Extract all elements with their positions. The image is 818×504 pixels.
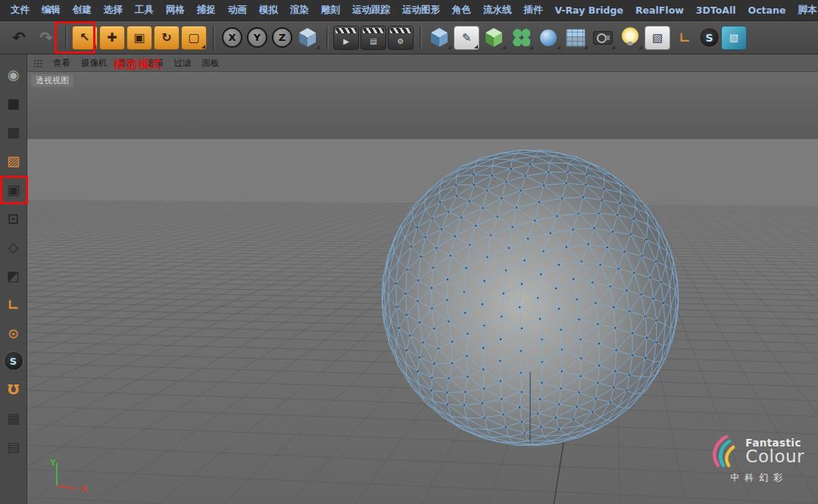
viewport-canvas[interactable] — [27, 72, 818, 504]
toolbar-separator — [65, 26, 67, 50]
menubar-item[interactable]: 网格 — [160, 4, 191, 17]
s-logo-button[interactable]: S — [699, 27, 720, 48]
mode-palette: ◉■▩▨▣⊡◇◩∟⊙SΩ▦▤ — [0, 54, 27, 504]
lock-workplane-icon[interactable]: ▦ — [3, 407, 24, 428]
planar-workplane-icon[interactable]: ▤ — [3, 436, 24, 457]
add-cube-primitive-button[interactable] — [426, 26, 452, 50]
magnet-snap-icon[interactable]: Ω — [3, 378, 24, 400]
main-area: ◉■▩▨▣⊡◇◩∟⊙SΩ▦▤ 查看摄像机显示选项过滤面板 — [0, 54, 818, 504]
menubar-item[interactable]: 流水线 — [477, 4, 518, 17]
camera-button[interactable] — [590, 26, 616, 50]
menubar-item[interactable]: Octane — [742, 5, 792, 16]
toolbar: ↶↷↖✚▣↻▢XYZ▶▤⚙✎▧∟S▧ — [0, 21, 818, 54]
floor-environment-button[interactable] — [563, 26, 589, 50]
menubar-item[interactable]: 工具 — [129, 4, 160, 17]
menubar-item[interactable]: 渲染 — [284, 4, 315, 17]
pen-spline-button[interactable]: ✎ — [454, 26, 479, 50]
axis-gizmo-icon: Y X — [47, 457, 89, 495]
menubar-item[interactable]: 选择 — [98, 4, 129, 17]
menubar-item[interactable]: RealFlow — [629, 5, 690, 16]
menubar-item[interactable]: 角色 — [446, 4, 477, 17]
viewport-solo-icon[interactable]: ⊙ — [3, 322, 24, 344]
viewport-menu-item[interactable]: 摄像机 — [76, 58, 113, 69]
toolbar-separator — [420, 26, 422, 50]
edges-mode-icon[interactable]: ◇ — [3, 236, 24, 257]
viewport-menu-item[interactable]: 面板 — [197, 58, 225, 69]
workplane-mode-icon[interactable]: ▨ — [3, 150, 24, 171]
viewport-menu-item[interactable]: 过滤 — [169, 58, 197, 69]
object-mode-icon[interactable]: ▣ — [3, 179, 24, 200]
scale-tool-button[interactable]: ▣ — [126, 26, 152, 50]
viewport: 查看摄像机显示选项过滤面板 — [27, 54, 818, 504]
viewport-sky — [27, 72, 818, 139]
subdivision-surface-button[interactable] — [481, 26, 507, 50]
enable-axis-icon[interactable]: ∟ — [3, 294, 24, 315]
menubar-item[interactable]: 编辑 — [36, 4, 67, 17]
redo-button[interactable]: ↷ — [33, 26, 59, 50]
menubar-item[interactable]: 运动图形 — [396, 4, 446, 17]
menubar-item[interactable]: 脚本 — [791, 4, 818, 17]
watermark-brand-cn: 中科幻彩 — [708, 471, 804, 484]
watermark: Fantastic Colour 中科幻彩 — [708, 434, 804, 484]
menubar-item[interactable]: 插件 — [518, 4, 549, 17]
move-tool-button[interactable]: ✚ — [99, 26, 125, 50]
viewport-menu-item[interactable]: 查看 — [48, 58, 76, 69]
interactive-render-button[interactable]: ▧ — [645, 26, 670, 50]
lock-x-axis-button[interactable]: X — [222, 27, 242, 48]
menu-grip-icon[interactable] — [33, 59, 43, 67]
volume-builder-button[interactable] — [535, 26, 561, 50]
application-window: 文件编辑创建选择工具网格捕捉动画模拟渲染雕刻运动跟踪运动图形角色流水线插件V-R… — [0, 0, 818, 504]
axis-gizmo: Y X — [47, 457, 89, 498]
menubar-item[interactable]: 运动跟踪 — [346, 4, 396, 17]
lock-y-axis-button[interactable]: Y — [247, 27, 267, 48]
coordinate-system-button[interactable] — [295, 26, 320, 50]
render-view-button[interactable]: ▶ — [333, 26, 359, 50]
menubar-item[interactable]: 捕捉 — [191, 4, 222, 17]
lock-z-axis-button[interactable]: Z — [272, 27, 292, 48]
axis-y-label: Y — [49, 458, 57, 468]
menubar-item[interactable]: 雕刻 — [315, 4, 346, 17]
make-editable-icon[interactable]: ◉ — [3, 64, 24, 85]
texture-mode-icon[interactable]: ▩ — [3, 121, 24, 142]
rotate-tool-button[interactable]: ↻ — [154, 26, 180, 50]
polygons-mode-icon[interactable]: ◩ — [3, 265, 24, 286]
toolbar-separator — [326, 26, 329, 50]
menubar-item[interactable]: 动画 — [222, 4, 253, 17]
menubar-item[interactable]: 文件 — [5, 4, 36, 17]
workplane-ruler-button[interactable]: ∟ — [672, 26, 698, 50]
menubar-item[interactable]: V-Ray Bridge — [549, 5, 629, 16]
last-tool-button[interactable]: ▢ — [181, 26, 207, 50]
points-mode-icon[interactable]: ⊡ — [3, 207, 24, 229]
menubar: 文件编辑创建选择工具网格捕捉动画模拟渲染雕刻运动跟踪运动图形角色流水线插件V-R… — [0, 0, 818, 21]
mograph-cloner-button[interactable] — [508, 26, 534, 50]
undo-button[interactable]: ↶ — [6, 26, 32, 50]
live-selection-tool-button[interactable]: ↖ — [72, 26, 98, 50]
render-picture-viewer-button[interactable]: ▤ — [361, 26, 386, 50]
annotation-label: 框选模式 — [114, 58, 162, 72]
axis-x-label: X — [81, 484, 88, 494]
menubar-item[interactable]: 模拟 — [253, 4, 284, 17]
bodypaint-button[interactable]: ▧ — [721, 26, 747, 50]
watermark-brand-bottom: Colour — [745, 446, 804, 466]
light-button[interactable] — [617, 26, 643, 50]
render-settings-button[interactable]: ⚙ — [388, 26, 414, 50]
view-label: 透视视图 — [31, 74, 73, 87]
fantastic-colour-logo-icon — [708, 434, 738, 468]
menubar-item[interactable]: 创建 — [67, 4, 98, 17]
snap-settings-icon[interactable]: S — [4, 351, 23, 371]
viewport-canvas-area: 透视视图 Y X — [27, 72, 818, 504]
toolbar-separator — [213, 26, 215, 50]
model-mode-icon[interactable]: ■ — [3, 92, 24, 114]
menubar-item[interactable]: 3DToAll — [690, 5, 742, 16]
